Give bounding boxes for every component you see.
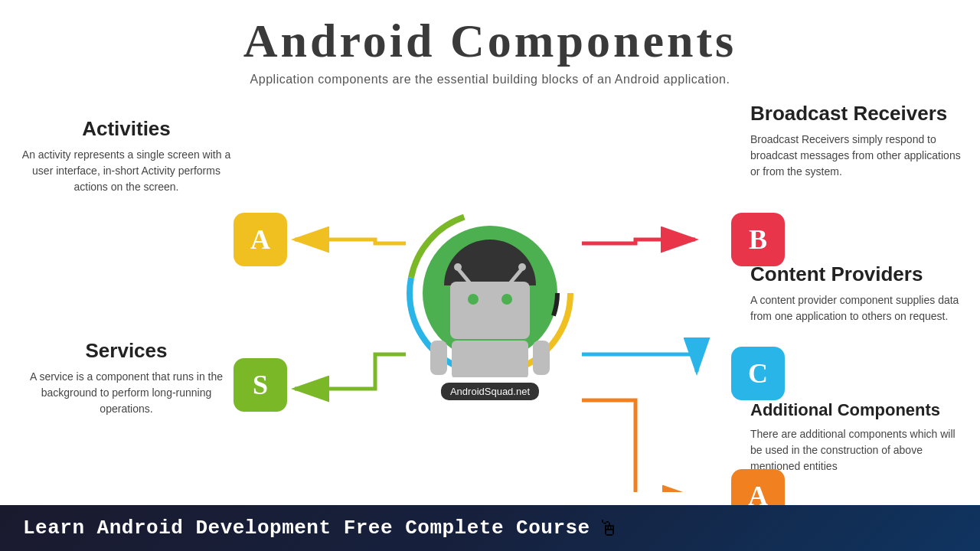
content-title: Content Providers xyxy=(750,262,965,286)
content-section: Content Providers A content provider com… xyxy=(750,262,965,324)
services-title: Services xyxy=(15,339,237,363)
android-logo: AndroidSquad.net xyxy=(406,209,574,377)
bottom-text: Learn Android Development Free Complete … xyxy=(23,517,590,540)
activities-title: Activities xyxy=(15,117,237,141)
page-title: Android Components xyxy=(0,0,980,68)
broadcast-icon-box: B xyxy=(731,213,785,266)
svg-point-15 xyxy=(454,263,462,271)
additional-title: Additional Components xyxy=(750,400,965,420)
svg-rect-17 xyxy=(452,341,528,377)
bottom-bar: Learn Android Development Free Complete … xyxy=(0,505,980,551)
broadcast-title: Broadcast Receivers xyxy=(750,102,965,126)
svg-rect-19 xyxy=(533,341,550,375)
activities-icon-box: A xyxy=(234,213,287,266)
activities-desc: An activity represents a single screen w… xyxy=(15,147,237,195)
svg-point-12 xyxy=(501,294,512,305)
broadcast-section: Broadcast Receivers Broadcast Receivers … xyxy=(750,102,965,180)
page-subtitle: Application components are the essential… xyxy=(0,73,980,86)
broadcast-desc: Broadcast Receivers simply respond to br… xyxy=(750,132,965,180)
additional-desc: There are additional components which wi… xyxy=(750,426,965,474)
services-desc: A service is a component that runs in th… xyxy=(15,369,237,417)
services-icon-box: S xyxy=(234,358,287,412)
bottom-icon: 🖱 xyxy=(598,516,619,541)
services-section: Services A service is a component that r… xyxy=(15,339,237,417)
svg-rect-18 xyxy=(430,341,447,375)
watermark-label: AndroidSquad.net xyxy=(441,383,539,400)
content-icon-box: C xyxy=(731,347,785,400)
svg-point-16 xyxy=(518,263,526,271)
additional-section: Additional Components There are addition… xyxy=(750,400,965,474)
svg-rect-10 xyxy=(450,282,530,339)
content-desc: A content provider component supplies da… xyxy=(750,292,965,324)
svg-point-11 xyxy=(468,294,479,305)
activities-section: Activities An activity represents a sing… xyxy=(15,117,237,195)
